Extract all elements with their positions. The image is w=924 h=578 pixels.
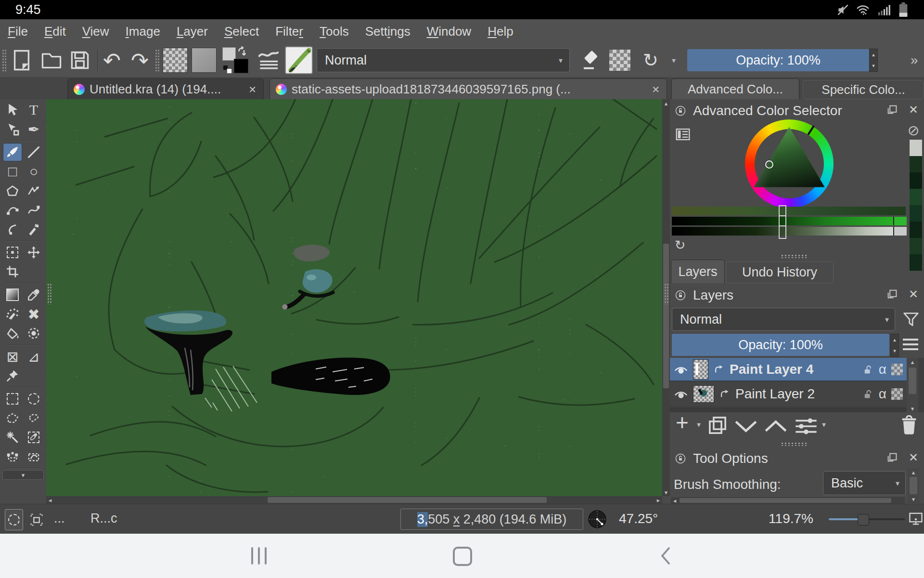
value-bar-swatch[interactable] (893, 227, 907, 236)
docker-resize-handle[interactable] (781, 254, 808, 258)
background-color-swatch[interactable] (234, 59, 248, 73)
layer-list-scrollbar[interactable]: ▴ ▾ (907, 358, 918, 412)
tool-transform[interactable] (3, 243, 22, 262)
tool-rectangle[interactable]: □ (3, 162, 22, 181)
layer-alpha-lock[interactable]: α (879, 386, 886, 402)
toolbox-splitter-handle[interactable] (47, 283, 52, 304)
color-swatch[interactable] (910, 205, 922, 222)
tool-magnetic-selection[interactable] (24, 447, 43, 466)
float-panel-icon[interactable] (886, 289, 898, 300)
tab-untitled-kra[interactable]: Untitled.kra (14) (194.... ✕ (67, 79, 264, 100)
layer-inherit-alpha[interactable] (891, 388, 903, 400)
canvas-horizontal-scrollbar[interactable]: ◂ ▸ (46, 496, 662, 504)
undo-button[interactable]: ↶ (103, 48, 121, 73)
close-tab-icon[interactable]: ✕ (247, 84, 257, 95)
layer-opacity-spinner[interactable]: ▴ ▾ (890, 334, 899, 357)
tool-gradient[interactable] (3, 286, 22, 304)
float-panel-icon[interactable] (886, 452, 898, 463)
add-layer-caret[interactable]: ▾ (697, 420, 701, 429)
close-panel-icon[interactable]: ✕ (907, 451, 920, 464)
tool-enclose-fill[interactable] (24, 324, 43, 342)
menu-filter[interactable]: Filter (275, 24, 303, 39)
close-panel-icon[interactable]: ✕ (907, 288, 920, 301)
layer-inherit-alpha[interactable] (891, 364, 903, 375)
scroll-left-icon[interactable]: ◂ (671, 497, 679, 504)
lock-icon[interactable] (675, 453, 686, 464)
zoom-slider-handle[interactable] (858, 514, 869, 525)
tool-similar-color-selection[interactable] (3, 428, 22, 447)
move-layer-down-button[interactable] (734, 420, 757, 433)
menu-select[interactable]: Select (224, 24, 259, 39)
selection-mode-icon[interactable] (30, 513, 43, 526)
lock-icon[interactable] (675, 105, 686, 117)
properties-caret[interactable]: ▾ (822, 420, 826, 429)
tool-freehand-path[interactable] (24, 201, 43, 219)
menu-image[interactable]: Image (126, 24, 160, 39)
layer-lock-icon[interactable] (862, 388, 874, 400)
saturation-bar[interactable] (672, 217, 893, 225)
tool-contiguous-selection[interactable] (24, 428, 43, 447)
scrollbar-thumb[interactable] (910, 477, 917, 494)
layer-thumbnail[interactable] (693, 385, 714, 403)
opacity-slider[interactable]: Opacity: 100% (687, 49, 869, 71)
layer-properties-button[interactable] (794, 417, 818, 435)
image-size-field[interactable]: 3,505 x 2,480 (194.6 MiB) (400, 509, 583, 530)
add-layer-button[interactable]: + (676, 409, 689, 435)
tool-bezier-selection[interactable] (3, 447, 22, 466)
eraser-mode-button[interactable] (580, 50, 601, 70)
layer-blending-mode-dropdown[interactable]: Normal ▾ (672, 308, 895, 331)
scrollbar-thumb[interactable] (909, 368, 916, 394)
scrollbar-thumb[interactable] (680, 498, 891, 503)
pattern-chooser[interactable] (192, 48, 217, 73)
scroll-down-icon[interactable]: ▾ (662, 488, 670, 496)
tool-polygonal-selection[interactable] (3, 409, 22, 427)
rotation-dial[interactable] (588, 510, 606, 528)
toolbar-drag-handle[interactable] (2, 49, 7, 71)
no-color-icon[interactable]: ⊘ (906, 122, 921, 138)
tool-freehand-selection[interactable] (24, 409, 43, 427)
saturation-bar-swatch[interactable] (893, 217, 907, 225)
color-swatch[interactable] (910, 172, 922, 189)
color-swatch[interactable] (910, 156, 922, 172)
menu-tools[interactable]: Tools (320, 24, 349, 39)
tool-bezier-curve[interactable] (3, 201, 22, 219)
hue-shade-bar[interactable] (672, 207, 906, 215)
reload-preset-button[interactable]: ↻ (643, 50, 658, 71)
tab-specific-color-selector[interactable]: Specific Colo... (803, 80, 924, 99)
selector-settings-icon[interactable] (676, 128, 690, 141)
scroll-up-icon[interactable]: ▴ (910, 468, 917, 476)
spin-down-icon[interactable]: ▾ (891, 345, 898, 356)
color-swatch[interactable] (910, 140, 922, 156)
layers-menu-icon[interactable] (903, 339, 918, 350)
color-swatch[interactable] (910, 222, 922, 238)
shade-bar-cursor[interactable] (779, 225, 786, 239)
menu-settings[interactable]: Settings (365, 24, 411, 39)
scroll-up-icon[interactable]: ▴ (909, 358, 916, 366)
swap-colors-icon[interactable] (237, 46, 247, 58)
tool-select-shapes[interactable] (3, 101, 22, 119)
recents-button[interactable] (251, 547, 267, 565)
tool-smart-patch[interactable]: ✖ (24, 305, 43, 323)
layer-row[interactable]: Paint Layer 2 α (670, 382, 907, 406)
save-button[interactable] (70, 51, 90, 70)
layer-row-selected[interactable]: Paint Layer 4 α (670, 358, 907, 381)
tool-polyline[interactable] (24, 182, 43, 200)
tool-elliptical-selection[interactable] (24, 390, 43, 408)
scroll-down-icon[interactable]: ▾ (909, 405, 916, 412)
scroll-left-icon[interactable]: ◂ (46, 496, 54, 504)
tab-undo-history[interactable]: Undo History (726, 262, 834, 283)
opacity-spinner[interactable]: ▴ ▾ (869, 49, 878, 72)
menu-edit[interactable]: Edit (44, 24, 66, 39)
new-document-button[interactable] (13, 50, 31, 71)
layer-opacity-slider[interactable]: Opacity: 100% (672, 334, 889, 356)
foreground-background-colors[interactable] (221, 46, 249, 74)
color-swatch[interactable] (910, 254, 922, 271)
brush-smoothing-dropdown[interactable]: Basic ▾ (823, 471, 906, 495)
redo-button[interactable]: ↷ (131, 48, 149, 73)
scroll-down-icon[interactable]: ▾ (910, 495, 917, 503)
home-button[interactable] (453, 547, 472, 566)
tool-options-scrollbar[interactable]: ▴ ▾ (908, 468, 919, 503)
current-brush-preset[interactable] (285, 46, 313, 74)
tab-advanced-color-selector[interactable]: Advanced Colo... (671, 79, 799, 100)
menu-window[interactable]: Window (427, 24, 471, 39)
